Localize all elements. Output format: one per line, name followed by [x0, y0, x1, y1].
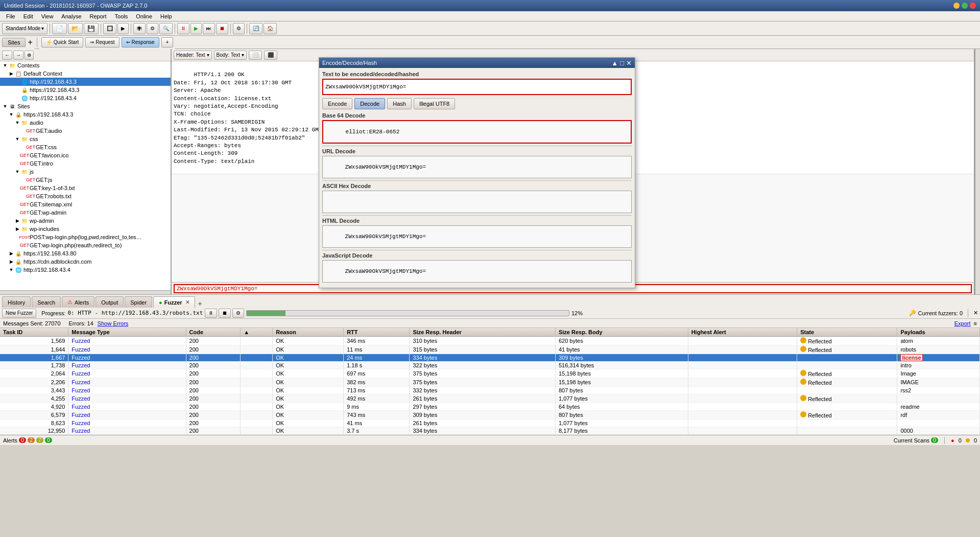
response-btn[interactable]: ⇐ Response [122, 37, 159, 48]
tree-get-sitemap[interactable]: GET GET:sitemap.xml [0, 200, 171, 208]
tree-get-key[interactable]: GET GET:key-1-of-3.txt [0, 184, 171, 192]
refresh-btn[interactable]: 🔄 [249, 23, 262, 34]
right-scrollbar[interactable] [975, 49, 980, 294]
fuzzer-tab-close[interactable]: ✕ [185, 299, 189, 305]
col-reason[interactable]: Reason [273, 328, 344, 337]
tree-scrollbar[interactable] [0, 290, 171, 294]
tree-site-192-43-4[interactable]: 🌐 http://192.168.43.4 [0, 94, 171, 102]
fuzzer-settings-btn[interactable]: ⚙ [232, 309, 244, 318]
tree-get-intro[interactable]: GET GET:intro [0, 159, 171, 168]
sites-forward-btn[interactable]: → [13, 51, 23, 60]
fuzzer-pause-btn[interactable]: ⏸ [205, 309, 217, 318]
tab-output[interactable]: Output [95, 296, 124, 308]
tree-css-folder[interactable]: ▼ 📁 css [0, 135, 171, 143]
enc-main-input[interactable] [322, 79, 632, 95]
sites-home-btn[interactable]: ⊕ [25, 51, 34, 60]
split-vertical-btn[interactable]: ⬛ [264, 51, 277, 60]
menu-view[interactable]: View [37, 12, 58, 20]
menu-edit[interactable]: Edit [19, 12, 37, 20]
save-session-btn[interactable]: 💾 [84, 23, 99, 34]
sites-tab[interactable]: Sites [2, 38, 26, 47]
table-row[interactable]: 1,667Fuzzed200OK24 ms334 bytes309 bytesl… [0, 354, 980, 362]
resp-add-btn[interactable]: + [161, 37, 174, 48]
col-alert[interactable]: Highest Alert [688, 328, 797, 337]
menu-analyse[interactable]: Analyse [57, 12, 85, 20]
continue-btn[interactable]: ▶ [190, 23, 202, 34]
body-dropdown[interactable]: Body: Text ▾ [214, 51, 247, 60]
tree-site-192-43-3-https[interactable]: 🔒 https://192.168.43.3 [0, 86, 171, 94]
table-row[interactable]: 4,255Fuzzed200OK492 ms261 bytes1,077 byt… [0, 394, 980, 403]
tab-alerts[interactable]: ⚠ Alerts [62, 296, 94, 308]
tab-spider[interactable]: Spider [125, 296, 152, 308]
sites-add-button[interactable]: + [28, 38, 32, 47]
table-row[interactable]: 8,623Fuzzed200OK41 ms261 bytes1,077 byte… [0, 419, 980, 427]
tree-https-43-3-folder[interactable]: ▼ 🔒 https://192.168.43.3 [0, 110, 171, 119]
tab-fuzzer[interactable]: ● Fuzzer ✕ [153, 296, 195, 308]
home-btn[interactable]: 🏠 [264, 23, 277, 34]
quick-start-btn[interactable]: ⚡ Quick Start [41, 37, 83, 48]
show-errors-link[interactable]: Show Errors [98, 320, 129, 326]
tree-audio-folder[interactable]: ▼ 📁 audio [0, 119, 171, 127]
minimize-button[interactable] [953, 3, 960, 9]
table-row[interactable]: 1,738Fuzzed200OK1.18 s322 bytes516,314 b… [0, 362, 980, 369]
tree-site-192-43-3-http[interactable]: 🌐 http://192.168.43.3 [0, 78, 171, 86]
menu-tools[interactable]: Tools [111, 12, 132, 20]
options-btn[interactable]: ⚙ [233, 23, 245, 34]
mode-dropdown[interactable]: Standard Mode ▾ [2, 23, 47, 34]
table-row[interactable]: 1,569Fuzzed200OK346 ms310 bytes620 bytes… [0, 337, 980, 345]
tree-contexts-root[interactable]: ▼ 📁 Contexts [0, 61, 171, 69]
new-session-btn[interactable]: 📄 [52, 23, 67, 34]
encode-minimize-btn[interactable]: ▲ [611, 60, 618, 66]
illegal-utf8-btn[interactable]: Illegal UTF8 [414, 98, 455, 109]
table-settings-icon[interactable]: ≡ [974, 320, 977, 326]
tree-wpincludes-folder[interactable]: ▶ 📁 wp-includes [0, 225, 171, 233]
table-row[interactable]: 2,206Fuzzed200OK382 ms375 bytes15,198 by… [0, 378, 980, 387]
table-row[interactable]: 2,064Fuzzed200OK697 ms375 bytes15,198 by… [0, 369, 980, 378]
add-tab-btn[interactable]: + [196, 299, 204, 308]
table-row[interactable]: 3,443Fuzzed200OK713 ms332 bytes807 bytes… [0, 387, 980, 394]
tree-get-robots[interactable]: GET GET:robots.txt [0, 192, 171, 200]
export-btn[interactable]: Export [954, 320, 971, 326]
encode-btn[interactable]: Encode [322, 98, 352, 109]
table-row[interactable]: 4,920Fuzzed200OK9 ms297 bytes64 bytesrea… [0, 403, 980, 411]
spider-btn[interactable]: 🕷 [133, 23, 146, 34]
tree-get-wpadmin[interactable]: GET GET:wp-admin [0, 208, 171, 217]
table-row[interactable]: 12,950Fuzzed200OK3.7 s334 bytes8,177 byt… [0, 427, 980, 435]
tree-get-wplogin[interactable]: GET GET:wp-login.php(reauth,redirect_to) [0, 241, 171, 249]
tree-default-context[interactable]: ▶ 📋 Default Context [0, 69, 171, 78]
tab-history[interactable]: History [2, 296, 31, 308]
step-btn[interactable]: ⏭ [203, 23, 215, 34]
fz-close-btn[interactable]: ✕ [973, 310, 978, 316]
col-size-header[interactable]: Size Resp. Header [410, 328, 556, 337]
col-size-body[interactable]: Size Resp. Body [555, 328, 688, 337]
open-session-btn[interactable]: 📂 [68, 23, 83, 34]
encode-close-btn[interactable]: ✕ [626, 60, 632, 66]
col-code[interactable]: Code [186, 328, 241, 337]
menu-file[interactable]: File [2, 12, 19, 20]
tree-sites-root[interactable]: ▼ 🖥 Sites [0, 102, 171, 110]
col-msg-type[interactable]: Message Type [68, 328, 186, 337]
decode-btn[interactable]: Decode [354, 98, 385, 109]
stop-btn[interactable]: ⏹ [216, 23, 228, 34]
tree-adblock[interactable]: ▶ 🔒 https://cdn.adblockcdn.com [0, 258, 171, 266]
fuzzer-stop-btn[interactable]: ⏹ [219, 309, 231, 318]
col-sort[interactable]: ▲ [241, 328, 273, 337]
table-row[interactable]: 6,579Fuzzed200OK743 ms309 bytes807 bytes… [0, 411, 980, 419]
context-btn[interactable]: 🔲 [103, 23, 116, 34]
menu-online[interactable]: Online [132, 12, 156, 20]
close-button[interactable] [970, 3, 976, 9]
col-state[interactable]: State [797, 328, 897, 337]
tree-http-43-4[interactable]: ▼ 🌐 http://192.168.43.4 [0, 266, 171, 274]
tree-https-43-80[interactable]: ▶ 🔒 https://192.168.43.80 [0, 249, 171, 258]
break-btn[interactable]: ⏸ [177, 23, 189, 34]
new-fuzzer-btn[interactable]: New Fuzzer [2, 309, 36, 318]
tree-get-audio[interactable]: GET GET:audio [0, 127, 171, 135]
sites-back-btn[interactable]: ← [2, 51, 12, 60]
split-horizontal-btn[interactable]: ⬜ [249, 51, 262, 60]
tree-js-folder[interactable]: ▼ 📁 js [0, 168, 171, 176]
hash-btn[interactable]: Hash [387, 98, 412, 109]
ajax-spider-btn[interactable]: ⚙ [147, 23, 158, 34]
tree-get-favicon[interactable]: GET GET:favicon.ico [0, 151, 171, 159]
col-rtt[interactable]: RTT [344, 328, 410, 337]
col-task-id[interactable]: Task ID [0, 328, 68, 337]
